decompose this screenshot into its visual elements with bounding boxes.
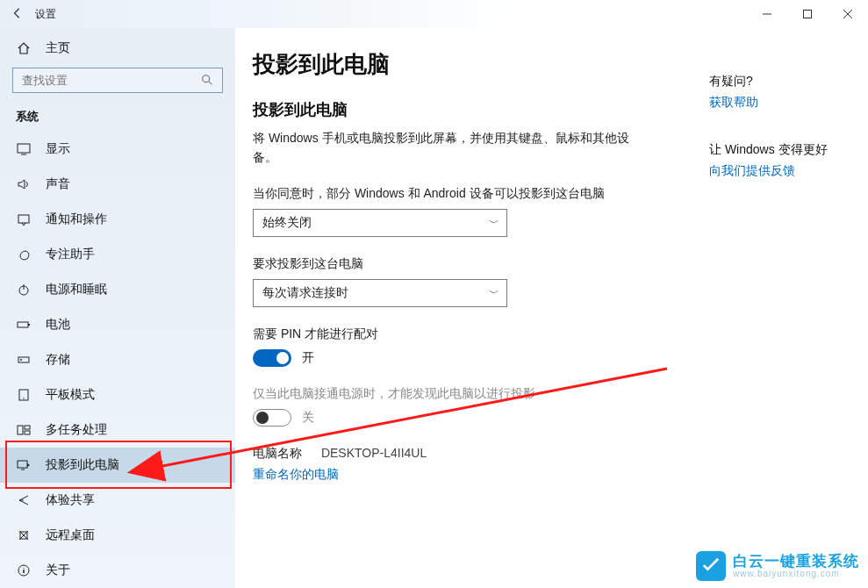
- display-icon: [16, 142, 32, 156]
- svg-rect-3: [18, 215, 29, 223]
- sidebar-item-storage[interactable]: 存储: [0, 342, 235, 377]
- svg-rect-7: [18, 357, 29, 362]
- option2-select[interactable]: 每次请求连接时 ﹀: [253, 279, 507, 307]
- sidebar-item-notifications[interactable]: 通知和操作: [0, 202, 235, 237]
- content-area: 投影到此电脑 投影到此电脑 将 Windows 手机或电脑投影到此屏幕，并使用其…: [235, 28, 868, 588]
- svg-point-1: [203, 75, 210, 82]
- sidebar-item-projecting[interactable]: 投影到此电脑: [0, 448, 235, 483]
- sidebar-nav: 显示 声音 通知和操作 专注助手 电源和睡眠: [0, 132, 235, 588]
- tablet-icon: [16, 388, 32, 402]
- sidebar-home-label: 主页: [46, 40, 70, 56]
- sidebar-item-label: 平板模式: [46, 387, 95, 403]
- svg-rect-6: [28, 324, 30, 326]
- chevron-down-icon: ﹀: [489, 216, 499, 231]
- sidebar-item-remote-desktop[interactable]: 远程桌面: [0, 518, 235, 553]
- sidebar-item-about[interactable]: 关于: [0, 553, 235, 588]
- help-panel: 有疑问? 获取帮助 让 Windows 变得更好 向我们提供反馈: [709, 49, 828, 588]
- sidebar: 主页 系统 显示 声音 通知和操作: [0, 28, 235, 588]
- sidebar-item-display[interactable]: 显示: [0, 132, 235, 167]
- svg-rect-0: [804, 11, 812, 18]
- rename-pc-link[interactable]: 重命名你的电脑: [253, 467, 674, 483]
- sidebar-item-label: 电源和睡眠: [46, 282, 107, 298]
- section-title: 投影到此电脑: [253, 99, 674, 120]
- home-icon: [16, 41, 32, 55]
- sidebar-section-label: 系统: [0, 102, 235, 132]
- titlebar: 设置: [0, 0, 868, 28]
- svg-rect-2: [18, 144, 30, 153]
- power-only-toggle: [253, 409, 291, 427]
- sidebar-item-label: 体验共享: [46, 492, 95, 508]
- option1-label: 当你同意时，部分 Windows 和 Android 设备可以投影到这台电脑: [253, 186, 674, 202]
- sidebar-item-label: 关于: [46, 563, 70, 578]
- pin-toggle-state: 开: [302, 350, 314, 366]
- get-help-link[interactable]: 获取帮助: [709, 95, 828, 111]
- option1-select[interactable]: 始终关闭 ﹀: [253, 209, 507, 237]
- sidebar-item-label: 显示: [46, 141, 70, 157]
- sidebar-item-label: 通知和操作: [46, 212, 107, 227]
- power-only-label: 仅当此电脑接通电源时，才能发现此电脑以进行投影: [253, 386, 674, 402]
- window-title: 设置: [35, 7, 56, 22]
- pc-name-line: 电脑名称 DESKTOP-L4II4UL: [253, 446, 674, 462]
- search-box[interactable]: [12, 68, 223, 93]
- power-icon: [16, 283, 32, 297]
- search-icon: [201, 74, 215, 88]
- sidebar-item-power-sleep[interactable]: 电源和睡眠: [0, 272, 235, 307]
- sidebar-item-tablet-mode[interactable]: 平板模式: [0, 377, 235, 412]
- pc-name-value: DESKTOP-L4II4UL: [321, 446, 427, 460]
- help-question: 有疑问?: [709, 74, 828, 90]
- svg-rect-13: [25, 431, 30, 434]
- pin-toggle[interactable]: [253, 349, 291, 367]
- pin-label: 需要 PIN 才能进行配对: [253, 326, 674, 342]
- sidebar-item-label: 远程桌面: [46, 527, 95, 543]
- sidebar-home[interactable]: 主页: [0, 33, 235, 62]
- sidebar-item-multitasking[interactable]: 多任务处理: [0, 412, 235, 448]
- maximize-button[interactable]: [787, 0, 828, 28]
- svg-point-8: [20, 359, 22, 361]
- minimize-button[interactable]: [747, 0, 787, 28]
- page-title: 投影到此电脑: [253, 49, 674, 80]
- close-button[interactable]: [828, 0, 868, 28]
- project-icon: [16, 458, 32, 472]
- sound-icon: [16, 177, 32, 191]
- option2-value: 每次请求连接时: [262, 285, 348, 301]
- sidebar-item-label: 专注助手: [46, 247, 95, 262]
- feedback-link[interactable]: 向我们提供反馈: [709, 163, 828, 179]
- sidebar-item-label: 电池: [46, 317, 70, 333]
- sidebar-item-label: 多任务处理: [46, 422, 107, 438]
- battery-icon: [16, 318, 32, 332]
- option1-value: 始终关闭: [262, 215, 312, 231]
- about-icon: [16, 563, 32, 577]
- sidebar-item-sound[interactable]: 声音: [0, 167, 235, 202]
- svg-rect-12: [25, 426, 30, 429]
- share-icon: [16, 493, 32, 507]
- storage-icon: [16, 353, 32, 367]
- sidebar-item-label: 存储: [46, 352, 70, 368]
- option2-label: 要求投影到这台电脑: [253, 256, 674, 272]
- main-panel: 投影到此电脑 投影到此电脑 将 Windows 手机或电脑投影到此屏幕，并使用其…: [253, 49, 674, 588]
- svg-rect-11: [18, 426, 23, 434]
- notification-icon: [16, 212, 32, 226]
- svg-point-10: [23, 398, 24, 398]
- multitask-icon: [16, 423, 32, 437]
- focus-icon: [16, 247, 32, 262]
- remote-icon: [16, 528, 32, 542]
- section-description: 将 Windows 手机或电脑投影到此屏幕，并使用其键盘、鼠标和其他设备。: [253, 129, 630, 167]
- chevron-down-icon: ﹀: [489, 286, 499, 301]
- sidebar-item-focus-assist[interactable]: 专注助手: [0, 237, 235, 272]
- power-only-toggle-state: 关: [302, 410, 314, 426]
- sidebar-item-label: 声音: [46, 176, 70, 192]
- svg-rect-14: [18, 461, 27, 468]
- search-input[interactable]: [22, 74, 201, 87]
- sidebar-item-shared-experiences[interactable]: 体验共享: [0, 483, 235, 518]
- svg-rect-5: [18, 322, 28, 327]
- pc-name-label: 电脑名称: [253, 446, 302, 460]
- improve-windows-label: 让 Windows 变得更好: [709, 142, 828, 158]
- sidebar-item-label: 投影到此电脑: [46, 457, 119, 473]
- back-button[interactable]: [0, 7, 35, 22]
- sidebar-item-battery[interactable]: 电池: [0, 307, 235, 342]
